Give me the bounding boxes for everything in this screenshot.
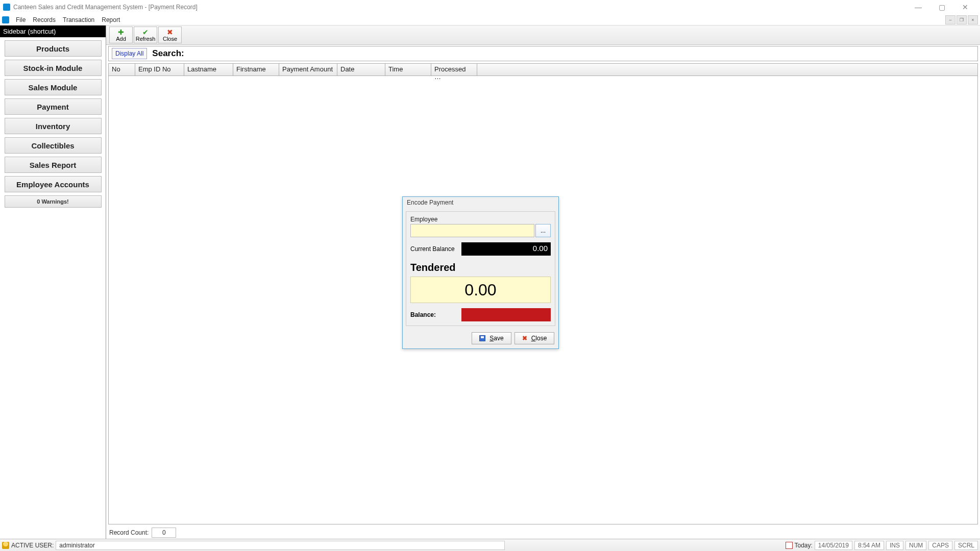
user-icon [2, 542, 9, 549]
calendar-icon [786, 542, 793, 549]
display-all-button[interactable]: Display All [112, 48, 147, 59]
status-ins: INS [886, 541, 903, 550]
sidebar-item-payment[interactable]: Payment [5, 98, 102, 115]
plus-icon: ✚ [118, 29, 124, 36]
app-icon-small [2, 16, 9, 23]
app-icon [3, 4, 10, 11]
today-label: Today: [795, 542, 813, 549]
employee-input[interactable] [410, 224, 534, 237]
add-label: Add [116, 36, 126, 42]
status-num: NUM [905, 541, 926, 550]
menubar: File Records Transaction Report – ❐ × [0, 14, 980, 26]
col-time[interactable]: Time [385, 64, 431, 76]
sidebar-item-products[interactable]: Products [5, 40, 102, 57]
x-icon: ✖ [167, 29, 173, 36]
col-date[interactable]: Date [337, 64, 385, 76]
status-caps: CAPS [928, 541, 952, 550]
balance-label: Balance: [410, 311, 461, 318]
maximize-button[interactable]: ▢ [930, 0, 953, 14]
active-user-value: administrator [56, 541, 505, 550]
content-area: ✚ Add ✔ Refresh ✖ Close Display All Sear… [106, 26, 980, 539]
search-label: Search: [152, 48, 184, 59]
col-no[interactable]: No [109, 64, 135, 76]
refresh-button[interactable]: ✔ Refresh [134, 27, 157, 43]
tendered-label: Tendered [410, 262, 551, 273]
titlebar: Canteen Sales and Credit Management Syst… [0, 0, 980, 14]
mdi-close-button[interactable]: × [968, 15, 978, 24]
sidebar-item-employee-accounts[interactable]: Employee Accounts [5, 176, 102, 192]
save-icon [479, 335, 485, 341]
status-bar: ACTIVE USER: administrator Today: 14/05/… [0, 539, 980, 551]
close-icon: ✖ [522, 335, 527, 342]
dialog-close-label: Close [531, 335, 547, 342]
menu-records[interactable]: Records [29, 15, 59, 24]
sidebar-header: Sidebar (shortcut) [0, 26, 106, 37]
menu-transaction[interactable]: Transaction [59, 15, 98, 24]
active-user-label: ACTIVE USER: [11, 542, 54, 549]
dialog-title: Encode Payment [403, 197, 558, 208]
balance-value [461, 308, 551, 321]
status-date: 14/05/2019 [815, 541, 852, 550]
sidebar-item-collectibles[interactable]: Collectibles [5, 137, 102, 154]
status-scrl: SCRL [954, 541, 978, 550]
status-time: 8:54 AM [854, 541, 884, 550]
current-balance-value: 0.00 [461, 242, 551, 256]
search-bar: Display All Search: [108, 46, 978, 61]
check-icon: ✔ [142, 29, 149, 36]
dialog-close-button[interactable]: ✖ Close [514, 332, 554, 344]
mdi-restore-button[interactable]: ❐ [957, 15, 967, 24]
data-grid[interactable]: No Emp ID No Lastname Firstname Payment … [108, 63, 978, 524]
sidebar-item-inventory[interactable]: Inventory [5, 118, 102, 134]
sidebar-item-stockin[interactable]: Stock-in Module [5, 60, 102, 76]
sidebar-item-sales-report[interactable]: Sales Report [5, 157, 102, 173]
sidebar-item-sales-module[interactable]: Sales Module [5, 79, 102, 95]
save-label: Save [489, 335, 503, 342]
current-balance-label: Current Balance [410, 245, 461, 253]
add-button[interactable]: ✚ Add [109, 27, 133, 43]
search-input[interactable] [186, 47, 977, 60]
menu-report[interactable]: Report [98, 15, 124, 24]
col-empid[interactable]: Emp ID No [135, 64, 184, 76]
sidebar: Sidebar (shortcut) Products Stock-in Mod… [0, 26, 106, 539]
employee-label: Employee [410, 216, 551, 223]
close-button[interactable]: ✖ Close [158, 27, 182, 43]
record-count-label: Record Count: [109, 529, 149, 536]
save-button[interactable]: Save [472, 332, 511, 344]
employee-lookup-button[interactable]: ... [535, 224, 551, 237]
record-count-value: 0 [152, 528, 176, 538]
col-payment-amount[interactable]: Payment Amount [279, 64, 337, 76]
close-window-button[interactable]: ✕ [953, 0, 977, 14]
refresh-label: Refresh [136, 36, 156, 42]
encode-payment-dialog: Encode Payment Employee ... Current Bala… [402, 196, 559, 349]
grid-header-row: No Emp ID No Lastname Firstname Payment … [109, 64, 977, 76]
minimize-button[interactable]: — [906, 0, 930, 14]
sidebar-warnings[interactable]: 0 Warnings! [5, 195, 102, 208]
window-title: Canteen Sales and Credit Management Syst… [13, 4, 906, 11]
col-processed-by[interactable]: Processed … [431, 64, 477, 76]
toolbar: ✚ Add ✔ Refresh ✖ Close [106, 26, 980, 45]
tendered-input[interactable]: 0.00 [410, 277, 551, 303]
menu-file[interactable]: File [12, 15, 29, 24]
close-label: Close [163, 36, 177, 42]
col-firstname[interactable]: Firstname [233, 64, 279, 76]
mdi-minimize-button[interactable]: – [945, 15, 955, 24]
record-count-bar: Record Count: 0 [106, 527, 980, 539]
col-lastname[interactable]: Lastname [184, 64, 233, 76]
